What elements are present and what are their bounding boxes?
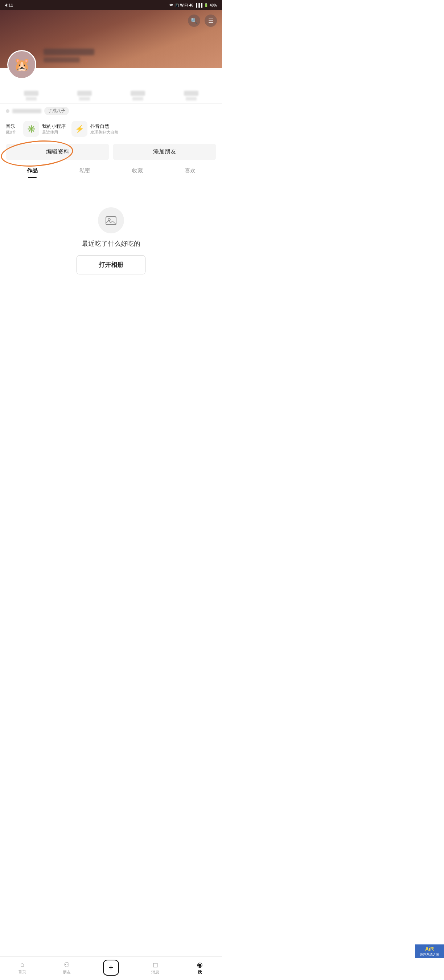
open-album-button[interactable]: 打开相册 [76, 255, 146, 274]
edit-profile-label: 编辑资料 [46, 148, 69, 154]
stat-label-blur-2 [132, 97, 143, 100]
tab-works[interactable]: 作品 [6, 164, 59, 178]
signal-bars: ▐▐▐ [195, 3, 202, 7]
mini-program-icon: ✳️ [23, 121, 39, 137]
stat-item-1 [59, 91, 109, 100]
menu-icon: ☰ [208, 18, 213, 24]
empty-icon [98, 207, 124, 233]
search-button[interactable]: 🔍 [188, 14, 200, 27]
empty-state: 最近吃了什么好吃的 打开相册 [0, 178, 222, 289]
battery-icon: 🔋 [204, 3, 208, 7]
stat-item-0 [6, 91, 56, 100]
menu-button[interactable]: ☰ [205, 14, 217, 27]
douyin-nature-info: 抖音自然 发现美好大自然 [90, 123, 118, 135]
stat-num-blur-3 [184, 91, 198, 96]
signal-icon: 📳 [174, 3, 179, 7]
bio-dot [6, 109, 10, 113]
tab-private-label: 私密 [79, 167, 90, 173]
add-friend-label: 添加朋友 [153, 148, 176, 154]
stat-item-2 [113, 91, 163, 100]
time: 4:11 [5, 3, 13, 7]
stat-num-blur-1 [77, 91, 92, 96]
mini-program-name: 我的小程序 [42, 123, 66, 130]
add-friend-button[interactable]: 添加朋友 [113, 144, 216, 160]
bio-row: 了成八子 [0, 104, 222, 118]
douyin-nature-icon: ⚡ [71, 121, 87, 137]
username-area [44, 49, 94, 62]
mini-program-item[interactable]: ✳️ 我的小程序 最近使用 [23, 121, 66, 137]
uid-blurred [44, 57, 80, 62]
music-info: 音乐 藏0首 [6, 123, 16, 135]
battery-percent: 40% [210, 3, 217, 7]
stats-row [0, 86, 222, 104]
wifi-icon: WiFi [180, 3, 188, 7]
avatar[interactable]: 🐹 [7, 50, 36, 79]
stat-item-3 [166, 91, 216, 100]
tab-works-label: 作品 [27, 167, 38, 173]
network-text: 46 [189, 3, 193, 7]
tab-favorites[interactable]: 收藏 [111, 164, 163, 178]
profile-card: 了成八子 音乐 藏0首 ✳️ 我的小程序 最近使用 ⚡ 抖音自然 发现美好大自然 [0, 86, 222, 486]
status-icons: 👁 📳 WiFi 46 ▐▐▐ 🔋 40% [170, 3, 217, 7]
bio-tag: 了成八子 [44, 107, 69, 115]
open-album-label: 打开相册 [99, 261, 123, 268]
douyin-nature-name: 抖音自然 [90, 123, 118, 130]
mini-program-sub: 最近使用 [42, 130, 66, 135]
music-item[interactable]: 音乐 藏0首 [6, 123, 17, 135]
tab-favorites-label: 收藏 [132, 167, 143, 173]
stat-num-blur-2 [131, 91, 145, 96]
search-icon: 🔍 [190, 18, 198, 24]
stat-label-blur-0 [26, 97, 36, 100]
music-count: 藏0首 [6, 130, 16, 135]
empty-text: 最近吃了什么好吃的 [82, 239, 140, 248]
action-buttons: 编辑资料 添加朋友 [0, 140, 222, 164]
douyin-nature-sub: 发现美好大自然 [90, 130, 118, 135]
header-icons: 🔍 ☰ [188, 14, 217, 27]
music-name: 音乐 [6, 123, 16, 130]
tabs-row: 作品 私密 收藏 喜欢 [0, 164, 222, 178]
tab-likes-label: 喜欢 [185, 167, 195, 173]
eye-icon: 👁 [170, 3, 173, 7]
tab-private[interactable]: 私密 [59, 164, 111, 178]
svg-point-1 [108, 218, 110, 221]
edit-profile-button[interactable]: 编辑资料 [6, 144, 109, 160]
stat-num-blur-0 [24, 91, 38, 96]
douyin-nature-item[interactable]: ⚡ 抖音自然 发现美好大自然 [71, 121, 118, 137]
profile-header: 🔍 ☰ 🐹 [0, 10, 222, 68]
status-bar: 4:11 👁 📳 WiFi 46 ▐▐▐ 🔋 40% [0, 0, 222, 10]
svg-rect-0 [106, 217, 116, 225]
tab-likes[interactable]: 喜欢 [163, 164, 216, 178]
avatar-wrap: 🐹 [7, 50, 36, 79]
username-blurred [44, 49, 94, 55]
stat-label-blur-3 [186, 97, 197, 100]
stat-label-blur-1 [79, 97, 90, 100]
bio-text-blur [12, 109, 41, 113]
mini-apps-row: 音乐 藏0首 ✳️ 我的小程序 最近使用 ⚡ 抖音自然 发现美好大自然 [0, 118, 222, 140]
mini-program-info: 我的小程序 最近使用 [42, 123, 66, 135]
